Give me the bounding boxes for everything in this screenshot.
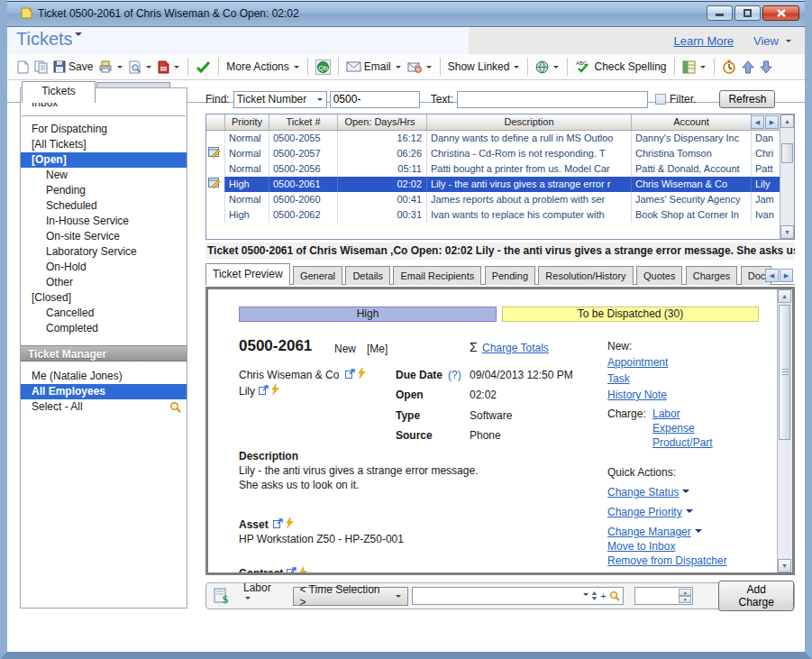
- charge-totals-link[interactable]: Charge Totals: [482, 342, 549, 354]
- new-task-link[interactable]: Task: [607, 372, 630, 385]
- sidebar-item-new[interactable]: New: [21, 168, 187, 183]
- copy-icon[interactable]: [32, 59, 50, 76]
- close-button[interactable]: [762, 5, 799, 21]
- scroll-down-icon[interactable]: ▼: [780, 225, 794, 239]
- refresh-button[interactable]: Refresh: [719, 90, 775, 108]
- filter-checkbox[interactable]: [655, 94, 666, 105]
- save-button[interactable]: Save: [50, 59, 96, 75]
- combo-chevron-icon[interactable]: [583, 593, 588, 599]
- find-text-input[interactable]: [457, 91, 648, 108]
- quantity-stepper[interactable]: ▲ ▼: [634, 587, 694, 605]
- quick-action-change-status[interactable]: Change Status: [607, 486, 689, 499]
- quickbooks-icon[interactable]: Qb: [313, 58, 333, 77]
- lookup-magnifier-icon[interactable]: [609, 590, 620, 601]
- find-field-select[interactable]: Ticket Number: [233, 91, 327, 108]
- sidebar-item-on-hold[interactable]: On-Hold: [21, 260, 187, 275]
- quick-action-change-manager[interactable]: Change Manager: [607, 526, 702, 538]
- due-date-help-link[interactable]: (?): [448, 369, 461, 381]
- maximize-button[interactable]: [734, 5, 761, 21]
- sidebar-item-cancelled[interactable]: Cancelled: [21, 306, 187, 321]
- find-value-input[interactable]: [330, 91, 420, 108]
- column-priority[interactable]: Priority: [225, 114, 269, 130]
- stepper-down-icon[interactable]: ▼: [679, 596, 691, 603]
- sidebar-item-in-house-service[interactable]: In-House Service: [21, 214, 187, 229]
- sidebar-item-for-dispatching[interactable]: For Dispatching: [21, 122, 187, 137]
- open-contact-icon[interactable]: [259, 385, 269, 395]
- tab-email-recipients[interactable]: Email Recipients: [393, 266, 481, 285]
- sidebar-item-all-employees[interactable]: All Employees: [21, 384, 187, 399]
- quick-action-move-to-inbox[interactable]: Move to Inbox: [607, 540, 675, 553]
- view-chevron-icon[interactable]: [786, 40, 791, 45]
- sort-icon[interactable]: [591, 591, 598, 600]
- sidebar-item-all-tickets[interactable]: [All Tickets]: [21, 137, 187, 152]
- open-asset-icon[interactable]: [273, 518, 283, 528]
- sidebar-item-completed[interactable]: Completed: [21, 321, 187, 336]
- sidebar-item-me[interactable]: Me (Natalie Jones): [21, 369, 187, 384]
- new-appointment-link[interactable]: Appointment: [607, 356, 668, 369]
- tab-ticket-preview[interactable]: Ticket Preview: [205, 263, 290, 285]
- grid-scrollbar[interactable]: ▲ ▼: [780, 114, 794, 239]
- view-menu[interactable]: View: [753, 34, 779, 48]
- lightning-icon[interactable]: [286, 517, 294, 528]
- lightning-icon[interactable]: [358, 368, 366, 379]
- email-button[interactable]: Email: [343, 59, 405, 75]
- table-row[interactable]: Normal 0500-2056 05:11 Patti bought a pr…: [206, 161, 794, 177]
- scrollbar-thumb[interactable]: [781, 143, 793, 163]
- mail-merge-button[interactable]: [405, 59, 435, 75]
- tab-quotes[interactable]: Quotes: [636, 266, 682, 285]
- stepper-up-icon[interactable]: ▲: [679, 589, 691, 596]
- show-linked-button[interactable]: Show Linked: [445, 59, 524, 75]
- minimize-button[interactable]: [707, 5, 733, 21]
- add-charge-button[interactable]: Add Charge: [718, 581, 794, 611]
- move-down-icon[interactable]: [757, 59, 775, 76]
- preview-scrollbar[interactable]: ▲ ▼: [777, 289, 792, 572]
- item-combobox[interactable]: +: [412, 587, 624, 605]
- sidebar-item-pending[interactable]: Pending: [21, 183, 187, 198]
- print-preview-button[interactable]: [126, 59, 155, 76]
- move-up-icon[interactable]: [739, 59, 757, 76]
- sidebar-item-scheduled[interactable]: Scheduled: [21, 198, 187, 214]
- table-row[interactable]: Normal 0500-2057 06:26 Christina - Cd-Ro…: [206, 146, 794, 161]
- new-ticket-button[interactable]: [14, 59, 32, 76]
- time-selection-button[interactable]: < Time Selection >: [293, 587, 407, 606]
- tab-resolution-history[interactable]: Resolution/History: [538, 266, 633, 285]
- sidebar-item-select-all[interactable]: Select - All: [21, 399, 187, 415]
- resolve-check-icon[interactable]: [193, 59, 214, 75]
- scroll-up-icon[interactable]: ▲: [780, 114, 794, 128]
- column-ticket[interactable]: Ticket #: [269, 114, 338, 130]
- table-row[interactable]: Normal 0500-2055 16:12 Danny wants to de…: [206, 131, 794, 146]
- add-item-icon[interactable]: +: [600, 590, 606, 601]
- tab-general[interactable]: General: [293, 266, 342, 285]
- tab-pending[interactable]: Pending: [485, 266, 535, 285]
- tab-scroll-right-icon[interactable]: ▶: [780, 269, 793, 282]
- column-scroll-right-icon[interactable]: ▶: [765, 115, 779, 129]
- charge-expense-link[interactable]: Expense: [652, 422, 695, 435]
- table-row[interactable]: High 0500-2062 00:31 Ivan wants to repla…: [206, 207, 794, 223]
- table-row[interactable]: Normal 0500-2060 00:41 James reports abo…: [206, 192, 794, 207]
- export-button[interactable]: [680, 59, 709, 76]
- charge-labor-link[interactable]: Labor: [652, 407, 680, 420]
- scroll-up-icon[interactable]: ▲: [778, 289, 791, 303]
- quick-action-change-priority[interactable]: Change Priority: [607, 506, 693, 518]
- print-button[interactable]: [96, 59, 126, 75]
- tab-tickets[interactable]: Tickets: [22, 81, 96, 103]
- quick-action-remove-from-dispatcher[interactable]: Remove from Dispatcher: [607, 554, 727, 567]
- sidebar-item-laboratory-service[interactable]: Laboratory Service: [21, 244, 187, 260]
- check-spelling-button[interactable]: ABC Check Spelling: [572, 58, 669, 76]
- charge-product-part-link[interactable]: Product/Part: [652, 436, 713, 449]
- new-history-note-link[interactable]: History Note: [607, 389, 667, 401]
- scroll-down-icon[interactable]: ▼: [778, 559, 791, 572]
- lightning-icon[interactable]: [271, 384, 279, 395]
- tab-details[interactable]: Details: [345, 266, 390, 285]
- timer-icon[interactable]: [719, 58, 739, 76]
- tab-charges[interactable]: Charges: [686, 266, 738, 285]
- open-account-icon[interactable]: [345, 369, 355, 379]
- pdf-button[interactable]: [155, 59, 183, 76]
- column-description[interactable]: Description: [427, 114, 632, 130]
- tickets-module-menu[interactable]: Tickets: [16, 29, 83, 50]
- sidebar-item-closed[interactable]: [Closed]: [21, 290, 187, 306]
- more-actions-button[interactable]: More Actions: [224, 59, 302, 75]
- web-button[interactable]: [533, 59, 562, 76]
- tab-scroll-left-icon[interactable]: ◀: [765, 269, 779, 282]
- sidebar-item-other[interactable]: Other: [21, 275, 187, 290]
